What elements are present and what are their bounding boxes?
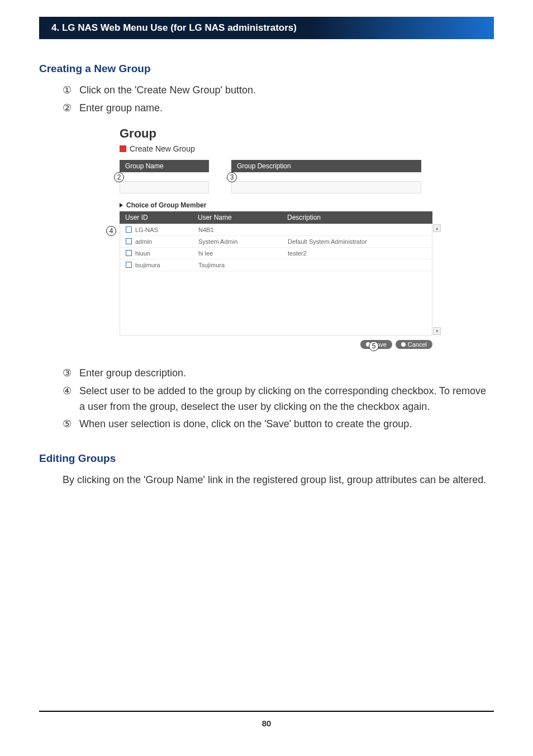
group-description-label: Group Description: [231, 160, 421, 172]
chapter-header: 4. LG NAS Web Menu Use (for LG NAS admin…: [39, 17, 494, 39]
page-number: 80: [262, 719, 272, 728]
step-number: ③: [63, 366, 79, 381]
group-member-table: 4 User ID User Name Description LG-NAS N…: [120, 211, 432, 336]
step-text: Select user to be added to the group by …: [79, 384, 494, 415]
cell-user-id: tsujimura: [135, 262, 160, 268]
scroll-up-button[interactable]: ▴: [433, 224, 441, 232]
dialog-title: Group: [120, 126, 432, 141]
step-item: ⑤ When user selection is done, click on …: [63, 417, 494, 432]
step-item: ④ Select user to be added to the group b…: [63, 384, 494, 415]
section-title-editing: Editing Groups: [39, 452, 494, 465]
table-row: hiuun hi lee tester2: [120, 248, 432, 259]
cell-user-id: admin: [135, 238, 152, 245]
group-description-input[interactable]: [231, 181, 421, 193]
cell-description: tester2: [282, 248, 432, 259]
step-text: Enter group name.: [79, 101, 494, 116]
dialog-subtitle: Create New Group: [120, 144, 432, 153]
triangle-bullet-icon: [120, 203, 123, 207]
cell-user-id: LG-NAS: [135, 226, 158, 233]
cell-description: [282, 259, 432, 271]
cell-user-id: hiuun: [135, 250, 150, 257]
dialog-subtitle-text: Create New Group: [130, 144, 195, 153]
cancel-button[interactable]: Cancel: [396, 340, 432, 349]
col-header-user-name: User Name: [192, 211, 282, 224]
annotation-circle-3: 3: [227, 172, 237, 182]
step-number: ②: [63, 101, 79, 116]
row-checkbox[interactable]: [126, 226, 132, 233]
scroll-down-button[interactable]: ▾: [433, 327, 441, 335]
step-number: ①: [63, 83, 79, 98]
group-name-label: Group Name: [120, 160, 209, 172]
group-name-input[interactable]: [120, 181, 209, 193]
step-number: ⑤: [63, 417, 79, 432]
table-body: LG-NAS N4B1 admin System Admin Default S…: [120, 224, 432, 336]
col-header-user-id: User ID: [120, 211, 192, 224]
annotation-circle-4: 4: [106, 226, 116, 236]
table-row: tsujimura Tsujimura: [120, 259, 432, 271]
step-text: When user selection is done, click on th…: [79, 417, 494, 432]
cell-user-name: System Admin: [193, 236, 282, 247]
cell-user-name: Tsujimura: [193, 259, 282, 271]
row-checkbox[interactable]: [126, 250, 132, 256]
col-header-description: Description: [282, 211, 432, 224]
square-bullet-icon: [120, 145, 126, 152]
choice-of-group-member-header: Choice of Group Member: [120, 201, 432, 209]
step-item: ③ Enter group description.: [63, 366, 494, 381]
annotation-circle-2: 2: [114, 172, 124, 182]
step-item: ① Click on the 'Create New Group' button…: [63, 83, 494, 98]
cancel-label: Cancel: [408, 341, 427, 348]
section-title-creating: Creating a New Group: [39, 63, 494, 75]
steps-list-a: ① Click on the 'Create New Group' button…: [39, 83, 494, 116]
group-dialog-screenshot: Group Create New Group Group Name Group …: [120, 126, 432, 349]
cancel-bullet-icon: [401, 342, 406, 347]
row-checkbox[interactable]: [126, 238, 132, 244]
steps-list-b: ③ Enter group description. ④ Select user…: [39, 366, 494, 433]
row-checkbox[interactable]: [126, 262, 132, 268]
step-number: ④: [63, 384, 79, 415]
step-item: ② Enter group name.: [63, 101, 494, 116]
step-text: Enter group description.: [79, 366, 494, 381]
table-row: admin System Admin Default System Admini…: [120, 236, 432, 248]
cell-description: [282, 224, 432, 235]
cell-description: Default System Administrator: [282, 236, 432, 247]
step-text: Click on the 'Create New Group' button.: [79, 83, 494, 98]
page-footer: 80: [39, 711, 494, 728]
table-header: User ID User Name Description: [120, 211, 432, 224]
choice-label: Choice of Group Member: [126, 201, 206, 209]
editing-paragraph: By clicking on the 'Group Name' link in …: [39, 472, 494, 488]
table-row: LG-NAS N4B1: [120, 224, 432, 236]
cell-user-name: hi lee: [193, 248, 282, 259]
cell-user-name: N4B1: [193, 224, 282, 235]
annotation-circle-5: 5: [369, 341, 379, 351]
